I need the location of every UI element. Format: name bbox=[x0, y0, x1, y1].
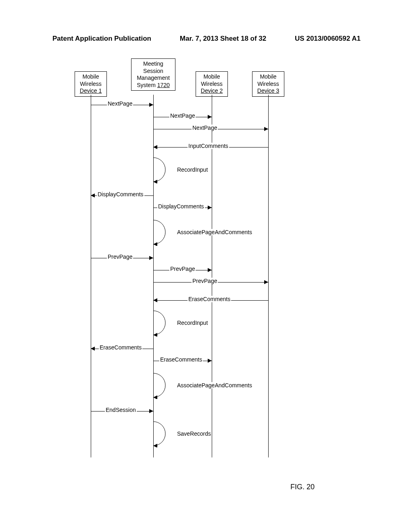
page-header: Patent Application Publication Mar. 7, 2… bbox=[0, 35, 413, 43]
arrow-right-icon bbox=[208, 206, 212, 210]
lifeline-device-3: Mobile Wireless Device 3 bbox=[252, 71, 284, 97]
svg-marker-0 bbox=[153, 180, 157, 183]
arrow-left-icon bbox=[91, 193, 95, 197]
lifeline-line-4 bbox=[268, 95, 269, 457]
svg-marker-3 bbox=[153, 395, 157, 399]
arrow-right-icon bbox=[264, 127, 268, 131]
sequence-diagram: Mobile Wireless Device 1 Meeting Session… bbox=[67, 54, 292, 461]
header-right: US 2013/0060592 A1 bbox=[295, 35, 361, 43]
msg-label-nextpage-3: NextPage bbox=[192, 125, 218, 131]
msg-label-displaycomments-2: DisplayComments bbox=[157, 203, 205, 210]
arrow-right-icon bbox=[149, 256, 153, 260]
msg-label-prevpage-2: PrevPage bbox=[169, 266, 196, 272]
header-center: Mar. 7, 2013 Sheet 18 of 32 bbox=[180, 35, 267, 43]
msg-label-erasecomments-2: EraseComments bbox=[99, 344, 142, 351]
lifeline-device-2: Mobile Wireless Device 2 bbox=[196, 71, 228, 97]
lifeline-line-2 bbox=[153, 95, 154, 457]
lifeline-device-1: Mobile Wireless Device 1 bbox=[75, 71, 107, 97]
arrow-right-icon bbox=[149, 409, 153, 413]
msg-label-erasecomments-1: EraseComments bbox=[188, 296, 231, 302]
msg-label-nextpage-2: NextPage bbox=[169, 112, 196, 119]
arrow-right-icon bbox=[208, 359, 212, 363]
msg-label-saverecords: SaveRecords bbox=[176, 430, 212, 437]
msg-label-prevpage-3: PrevPage bbox=[192, 278, 218, 284]
arrow-left-icon bbox=[153, 298, 157, 302]
msg-label-endsession: EndSession bbox=[105, 407, 137, 413]
msg-label-nextpage-1: NextPage bbox=[107, 100, 133, 107]
figure-label: FIG. 20 bbox=[290, 483, 315, 491]
msg-label-inputcomments: InputComments bbox=[188, 143, 229, 149]
msg-label-recordinput-2: RecordInput bbox=[176, 320, 209, 326]
header-left: Patent Application Publication bbox=[52, 35, 151, 43]
lifeline-management-system: Meeting Session Management System 1720 bbox=[131, 58, 175, 91]
lifeline-line-1 bbox=[91, 95, 91, 457]
svg-marker-4 bbox=[153, 444, 157, 447]
svg-marker-2 bbox=[153, 333, 157, 337]
arrow-left-icon bbox=[91, 347, 95, 351]
arrow-left-icon bbox=[153, 145, 157, 149]
arrow-right-icon bbox=[149, 103, 153, 107]
msg-label-displaycomments-1: DisplayComments bbox=[97, 191, 144, 197]
arrow-right-icon bbox=[264, 280, 268, 284]
msg-label-associate-1: AssociatePageAndComments bbox=[176, 229, 253, 235]
msg-label-recordinput-1: RecordInput bbox=[176, 166, 209, 173]
msg-label-associate-2: AssociatePageAndComments bbox=[176, 382, 253, 389]
arrow-right-icon bbox=[208, 115, 212, 119]
msg-label-prevpage-1: PrevPage bbox=[107, 254, 133, 260]
arrow-right-icon bbox=[208, 268, 212, 272]
svg-marker-1 bbox=[153, 242, 157, 246]
msg-label-erasecomments-3: EraseComments bbox=[159, 356, 203, 363]
lifeline-line-3 bbox=[212, 95, 212, 457]
